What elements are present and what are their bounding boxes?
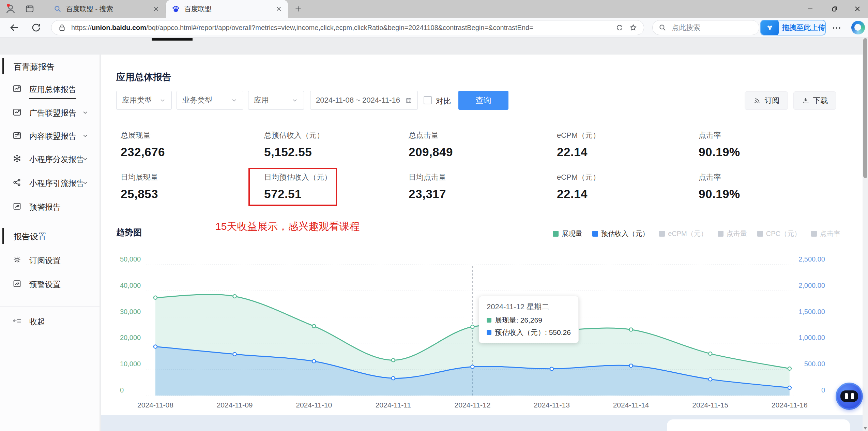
browser-tab-union[interactable]: 百度联盟: [166, 0, 288, 18]
sidebar-collapse-button[interactable]: 收起: [0, 310, 100, 333]
left-axis-tick: 30,000: [120, 308, 141, 315]
browser-profile-button[interactable]: [4, 2, 17, 15]
tab-actions-icon[interactable]: [25, 4, 35, 14]
refresh-button[interactable]: [31, 22, 42, 33]
metric-value: 90.19%: [699, 187, 835, 201]
metric-card: 点击率90.19%: [699, 172, 835, 201]
date-range-picker[interactable]: 2024-11-08 ~ 2024-11-16: [310, 91, 418, 110]
query-button[interactable]: 查询: [458, 91, 508, 110]
data-point[interactable]: [709, 352, 712, 355]
right-axis-tick: 2,000.00: [798, 282, 825, 289]
data-point[interactable]: [550, 367, 553, 371]
tab-close-icon[interactable]: [275, 5, 283, 13]
share-icon: [12, 178, 22, 187]
tab-close-icon[interactable]: [152, 5, 160, 13]
minimize-button[interactable]: [800, 0, 821, 18]
data-point[interactable]: [629, 364, 633, 367]
data-point[interactable]: [392, 358, 395, 362]
data-point[interactable]: [233, 353, 237, 356]
data-point[interactable]: [788, 386, 791, 389]
legend-swatch: [718, 231, 724, 237]
legend-item[interactable]: 点击率: [811, 229, 840, 238]
subscribe-button[interactable]: 订阅: [745, 91, 788, 110]
sidebar-item-share[interactable]: 小程序引流报告: [0, 171, 100, 194]
sidebar-item-alert[interactable]: 预警设置: [0, 272, 100, 296]
scrollbar[interactable]: [863, 38, 868, 431]
metric-value: 232,676: [121, 145, 257, 159]
data-point[interactable]: [233, 295, 237, 298]
sidebar-item-ad[interactable]: 广告联盟报告: [0, 101, 100, 124]
trend-chart-svg[interactable]: 50,0002,500.0040,0002,000.0030,0001,500.…: [112, 252, 842, 416]
legend-label: 点击率: [820, 229, 840, 238]
app-select[interactable]: 应用: [248, 91, 304, 110]
metric-card: 日均预估收入（元）572.51: [264, 172, 400, 201]
sidebar-item-label: 订阅设置: [29, 255, 61, 266]
page-tools-icon[interactable]: [615, 23, 624, 32]
data-point[interactable]: [312, 324, 316, 328]
legend-item[interactable]: 点击量: [718, 229, 747, 238]
copilot-icon[interactable]: [851, 21, 865, 34]
x-axis-tick: 2024-11-13: [534, 401, 570, 409]
sidebar-item-alert[interactable]: 预警报告: [0, 195, 100, 218]
legend-item[interactable]: 展现量: [553, 229, 582, 238]
sidebar-item-content[interactable]: 内容联盟报告: [0, 124, 100, 147]
data-point[interactable]: [392, 376, 395, 380]
scrollbar-thumb[interactable]: [863, 38, 867, 178]
browser-tab-search[interactable]: 百度联盟 - 搜索: [48, 0, 165, 18]
restore-button[interactable]: [824, 0, 845, 18]
page-background: 百青藤报告应用总体报告广告联盟报告内容联盟报告小程序分发报告小程序引流报告预警报…: [0, 38, 868, 431]
sidebar-item-gear[interactable]: 订阅设置: [0, 249, 100, 272]
browser-search-box[interactable]: 点此搜索: [652, 20, 759, 35]
right-axis-tick: 2,500.00: [798, 255, 825, 263]
data-point[interactable]: [312, 359, 316, 363]
metric-value: 25,853: [121, 187, 257, 201]
favorite-star-icon[interactable]: [629, 23, 638, 32]
download-button[interactable]: 下载: [793, 91, 836, 110]
metric-label: 日均展现量: [121, 172, 257, 182]
left-axis-tick: 40,000: [120, 282, 141, 289]
data-point[interactable]: [709, 377, 712, 381]
data-point[interactable]: [471, 325, 474, 328]
netdisk-upload-button[interactable]: 拖拽至此上传: [760, 20, 826, 35]
data-point[interactable]: [471, 365, 474, 368]
legend-item[interactable]: eCPM（元）: [659, 229, 707, 238]
metric-value: 5,152.55: [264, 145, 400, 159]
data-point[interactable]: [154, 296, 157, 299]
sidebar-divider: [0, 306, 100, 307]
sidebar-item-miniapp[interactable]: 小程序分发报告: [0, 147, 100, 170]
data-point[interactable]: [629, 328, 633, 331]
sidebar-item-report-active[interactable]: 应用总体报告: [0, 77, 100, 101]
business-type-select[interactable]: 业务类型: [177, 91, 243, 110]
back-button[interactable]: [9, 22, 20, 33]
address-bar[interactable]: https://union.baidu.com/bqt/appco.html#/…: [51, 20, 644, 35]
x-axis-tick: 2024-11-14: [613, 401, 649, 409]
close-button[interactable]: [847, 0, 868, 18]
chart-tooltip: 2024-11-12 星期二 展现量: 26,269预估收入（元）: 550.2…: [479, 296, 579, 343]
chart-legend: 展现量预估收入（元）eCPM（元）点击量CPC（元）点击率: [543, 229, 840, 238]
bottom-card: [667, 419, 850, 431]
left-axis-tick: 0: [120, 386, 124, 394]
metric-card: eCPM（元）22.14: [557, 130, 693, 159]
collapse-label: 收起: [29, 316, 45, 327]
trend-chart[interactable]: 50,0002,500.0040,0002,000.0030,0001,500.…: [112, 252, 842, 416]
collapse-icon: [12, 316, 22, 326]
legend-label: 预估收入（元）: [601, 229, 649, 238]
chevron-down-icon: [82, 109, 89, 116]
sidebar-item-label: 应用总体报告: [29, 84, 76, 99]
app-type-select[interactable]: 应用类型: [116, 91, 172, 110]
compare-checkbox[interactable]: [424, 96, 432, 104]
scroll-down-arrow-icon[interactable]: [864, 427, 867, 430]
browser-menu-icon[interactable]: [832, 23, 842, 33]
data-point[interactable]: [788, 367, 791, 370]
sidebar-section-header: 报告设置: [0, 229, 100, 245]
legend-item[interactable]: 预估收入（元）: [592, 229, 649, 238]
assistant-robot-button[interactable]: [836, 383, 863, 410]
data-point[interactable]: [154, 345, 157, 348]
right-axis-tick: 1,500.00: [798, 308, 825, 315]
x-axis-tick: 2024-11-15: [692, 401, 728, 409]
download-label: 下载: [813, 95, 828, 106]
metric-value: 22.14: [557, 145, 693, 159]
metric-label: 日均预估收入（元）: [264, 172, 400, 182]
legend-item[interactable]: CPC（元）: [757, 229, 801, 238]
new-tab-button[interactable]: [294, 4, 303, 13]
